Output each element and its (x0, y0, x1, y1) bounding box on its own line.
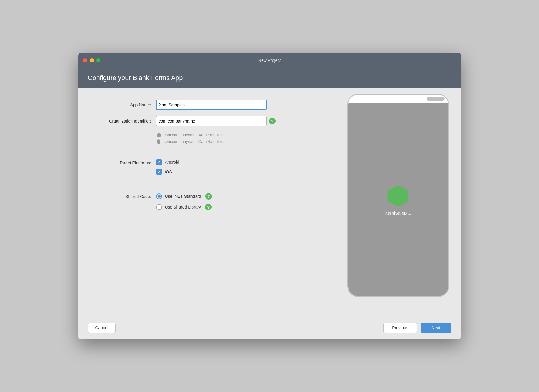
shared-library-row[interactable]: Use Shared Library ? (156, 204, 212, 210)
svg-rect-5 (158, 139, 159, 140)
platforms-checkboxes: ✓ Android ✓ iOS (156, 159, 179, 175)
app-name-label: App Name: (96, 102, 156, 107)
net-standard-row[interactable]: Use .NET Standard ? (156, 193, 212, 200)
svg-rect-0 (157, 134, 161, 137)
svg-rect-3 (160, 134, 161, 136)
window-controls (83, 58, 100, 62)
svg-rect-1 (158, 133, 160, 134)
org-id-row: Organization Identifier: ? (96, 116, 317, 126)
ios-bundle-row: com.companyname.XamlSamples (156, 139, 317, 144)
org-id-help-icon[interactable]: ? (269, 118, 276, 124)
svg-rect-2 (157, 134, 157, 136)
app-icon-hexagon (386, 184, 410, 208)
android-checkbox[interactable]: ✓ (156, 159, 162, 165)
ios-checkbox[interactable]: ✓ (156, 169, 162, 175)
phone-status-pill (427, 97, 445, 101)
divider-2 (96, 181, 317, 181)
next-button[interactable]: Next (421, 323, 451, 333)
bundle-ids: com.companyname.XamlSamples com.companyn… (156, 132, 317, 145)
shared-library-help-icon[interactable]: ? (205, 204, 212, 210)
ios-icon (156, 139, 161, 144)
form-area: App Name: Organization Identifier: ? (78, 88, 335, 316)
svg-marker-6 (388, 185, 408, 207)
org-id-label: Organization Identifier: (96, 119, 156, 123)
target-platforms-row: Target Platforms: ✓ Android ✓ iOS (96, 159, 317, 175)
phone-screen: XamlSampl... (348, 103, 448, 296)
window-title: New Project (258, 58, 281, 63)
divider-1 (96, 153, 317, 153)
previous-button[interactable]: Previous (383, 323, 417, 333)
target-platforms-label: Target Platforms: (96, 159, 156, 165)
net-standard-label: Use .NET Standard (165, 194, 201, 199)
cancel-button[interactable]: Cancel (88, 323, 116, 333)
android-checkbox-label: Android (165, 160, 179, 165)
org-id-input[interactable] (156, 116, 267, 126)
shared-library-radio[interactable] (156, 204, 162, 210)
svg-rect-4 (157, 140, 160, 144)
shared-library-label: Use Shared Library (165, 205, 201, 209)
close-button[interactable] (83, 58, 87, 62)
android-bundle-id: com.companyname.XamlSamples (164, 133, 223, 137)
phone-status-bar (348, 95, 448, 103)
minimize-button[interactable] (90, 58, 94, 62)
app-icon-wrapper: XamlSampl... (385, 184, 411, 215)
net-standard-help-icon[interactable]: ? (205, 193, 212, 200)
ios-checkbox-row[interactable]: ✓ iOS (156, 169, 179, 175)
maximize-button[interactable] (96, 58, 100, 62)
main-content: App Name: Organization Identifier: ? (78, 88, 461, 316)
titlebar: New Project (78, 53, 461, 68)
app-name-input[interactable] (156, 100, 267, 110)
net-standard-radio-inner (158, 195, 161, 198)
shared-code-row: Shared Code: Use .NET Standard ? Use Sha… (96, 193, 317, 210)
android-icon (156, 132, 161, 137)
ios-bundle-id: com.companyname.XamlSamples (164, 139, 223, 144)
phone-mockup: XamlSampl... (347, 94, 449, 297)
footer: Cancel Previous Next (78, 316, 461, 339)
app-name-row: App Name: (96, 100, 317, 110)
page-title: Configure your Blank Forms App (88, 74, 183, 82)
main-window: New Project Configure your Blank Forms A… (78, 53, 461, 339)
android-checkbox-row[interactable]: ✓ Android (156, 159, 179, 165)
preview-panel: XamlSampl... (335, 88, 461, 316)
shared-code-label: Shared Code: (96, 193, 156, 199)
footer-right: Previous Next (383, 323, 451, 333)
shared-code-radios: Use .NET Standard ? Use Shared Library ? (156, 193, 212, 210)
android-bundle-row: com.companyname.XamlSamples (156, 132, 317, 137)
ios-checkbox-label: iOS (165, 169, 172, 174)
net-standard-radio[interactable] (156, 193, 162, 199)
app-preview-name: XamlSampl... (385, 210, 411, 215)
page-header: Configure your Blank Forms App (78, 68, 461, 88)
